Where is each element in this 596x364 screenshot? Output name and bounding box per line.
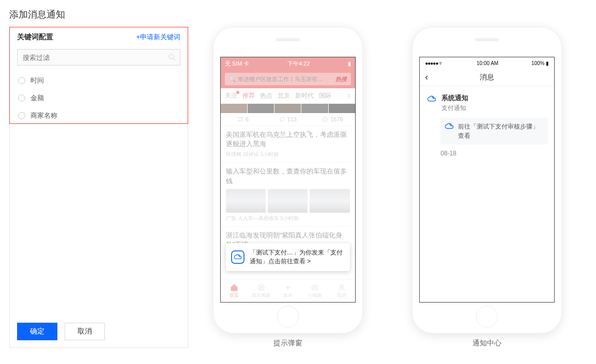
tab-recommend: 推荐 xyxy=(242,91,255,100)
message-date: 08-18 xyxy=(440,150,548,157)
radio-icon xyxy=(18,112,25,119)
hot-search-label: 热搜 xyxy=(335,75,347,83)
category-tabs: 关注 推荐 热点 北京 新时代 国际 ≡ xyxy=(221,88,355,104)
svg-rect-5 xyxy=(312,286,317,290)
nav-bar: ‹ 消息 xyxy=(420,69,554,86)
svg-point-6 xyxy=(314,287,315,288)
page-title: 添加消息通知 xyxy=(0,0,596,27)
tab-item: 新时代 xyxy=(295,91,314,100)
status-time: 10:00 AM xyxy=(477,60,498,66)
svg-point-2 xyxy=(258,284,264,291)
tab-follow: 关注 xyxy=(225,91,237,100)
option-label: 金额 xyxy=(30,93,44,103)
app-search-bar: 🔍 推进棚户区改造工作丨马玉涛有… 热搜 xyxy=(221,70,355,88)
status-icons: ▮ xyxy=(348,60,351,67)
tab-home: 首页 xyxy=(221,280,248,302)
status-bar: ●●●●● ᯤ 10:00 AM 100% ▮ xyxy=(420,57,554,69)
option-label: 时间 xyxy=(30,76,44,85)
phone-mock-popup: 无 SIM 卡 下午4:22 ▮ 🔍 推进棚户区改造工作丨马玉涛有… 热搜 关注… xyxy=(213,27,363,334)
app-icon xyxy=(231,250,244,264)
news-item: 输入车型和公里数，查查你的车现在值多钱 广告 人人车—高价收车 5小时前 xyxy=(221,163,355,226)
menu-icon: ≡ xyxy=(347,92,351,100)
system-icon xyxy=(426,93,437,105)
phone-mock-center: ●●●●● ᯤ 10:00 AM 100% ▮ ‹ 消息 系统通知 支付通知 xyxy=(412,27,562,334)
phone-caption: 通知中心 xyxy=(472,339,501,348)
message-body: 前往「测试下支付审核步骤」查看 xyxy=(458,122,544,140)
message-card: 系统通知 支付通知 前往「测试下支付审核步骤」查看 08-18 xyxy=(426,93,548,157)
link-icon xyxy=(445,122,454,131)
tab-publish: 发布 xyxy=(274,280,301,302)
status-carrier: 无 SIM 卡 xyxy=(225,60,250,68)
confirm-button[interactable]: 确定 xyxy=(17,323,57,340)
tab-item: 热点 xyxy=(260,91,272,100)
svg-line-1 xyxy=(173,58,175,60)
battery-label: 100% ▮ xyxy=(531,60,549,66)
apply-keyword-link[interactable]: +申请新关键词 xyxy=(136,33,180,42)
thumbnail-strip xyxy=(221,104,355,113)
option-amount[interactable]: 金额 xyxy=(17,89,180,107)
option-label: 商家名称 xyxy=(30,111,57,120)
keyword-search xyxy=(17,49,180,66)
keyword-config-card: 关键词配置 +申请新关键词 时间 金额 商家名称 确定 取消 xyxy=(9,27,188,348)
like-count: 1676 xyxy=(310,113,355,125)
svg-point-0 xyxy=(169,54,174,59)
repost-count: 6 xyxy=(221,113,266,125)
status-bar: 无 SIM 卡 下午4:22 ▮ xyxy=(221,57,355,70)
tab-item: 国际 xyxy=(319,91,331,100)
home-button-icon xyxy=(277,306,299,327)
message-sender: 系统通知 xyxy=(441,93,468,103)
popup-text: 「测试下支付…」为你发来「支付通知」点击前往查看 > xyxy=(250,248,345,266)
news-meta: 环球网 16评论 1小时前 xyxy=(226,151,350,158)
radio-icon xyxy=(18,94,25,102)
tab-video: 西瓜视频 xyxy=(248,280,274,302)
status-time: 下午4:22 xyxy=(287,60,310,68)
tab-item: 北京 xyxy=(278,91,290,100)
tab-short-video: 小视频 xyxy=(301,280,328,302)
option-time[interactable]: 时间 xyxy=(17,72,180,89)
tab-mine: 我的 xyxy=(328,280,355,302)
news-item: 美国派军机在乌克兰上空执飞，考虑派驱逐舰进入黑海 环球网 16评论 1小时前 xyxy=(221,126,355,163)
notification-popup: 「测试下支付…」为你发来「支付通知」点击前往查看 > xyxy=(226,243,350,271)
message-subtitle: 支付通知 xyxy=(441,104,468,113)
search-hint: 🔍 推进棚户区改造工作丨马玉涛有… xyxy=(229,75,323,83)
cancel-button[interactable]: 取消 xyxy=(65,323,105,340)
signal-icon: ●●●●● ᯤ xyxy=(425,60,444,66)
news-title: 美国派军机在乌克兰上空执飞，考虑派驱逐舰进入黑海 xyxy=(226,130,350,149)
news-meta: 广告 人人车—高价收车 5小时前 xyxy=(226,215,350,222)
config-title: 关键词配置 xyxy=(17,33,53,42)
phone-caption: 提示弹窗 xyxy=(273,339,302,348)
news-title: 输入车型和公里数，查查你的车现在值多钱 xyxy=(226,167,350,185)
comment-count: 113 xyxy=(265,113,310,125)
search-icon xyxy=(168,53,176,61)
search-input[interactable] xyxy=(17,49,180,66)
bottom-tabbar: 首页 西瓜视频 发布 小视频 我的 xyxy=(221,279,355,302)
radio-icon xyxy=(18,77,25,84)
nav-title: 消息 xyxy=(480,73,494,82)
svg-point-7 xyxy=(340,284,343,287)
back-ic-icon: ‹ xyxy=(425,72,428,83)
stats-row: 6 113 1676 xyxy=(221,113,355,126)
home-button-icon xyxy=(476,306,498,327)
option-merchant[interactable]: 商家名称 xyxy=(17,107,180,124)
